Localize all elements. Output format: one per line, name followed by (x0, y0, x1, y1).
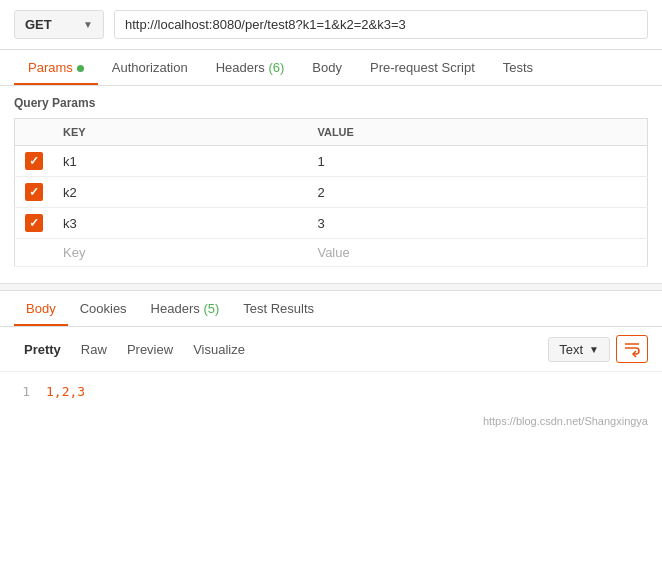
res-tab-headers[interactable]: Headers (5) (139, 291, 232, 326)
row3-key[interactable]: k3 (53, 208, 307, 239)
wrap-button[interactable] (616, 335, 648, 363)
response-subtabs: Pretty Raw Preview Visualize Text ▼ (0, 327, 662, 372)
subtab-visualize[interactable]: Visualize (183, 338, 255, 361)
section-divider (0, 283, 662, 291)
watermark: https://blog.csdn.net/Shangxingya (0, 411, 662, 431)
table-row: k1 1 (15, 146, 648, 177)
row2-checkbox-cell (15, 177, 54, 208)
empty-checkbox-cell (15, 239, 54, 267)
response-tabs: Body Cookies Headers (5) Test Results (0, 291, 662, 327)
row2-key[interactable]: k2 (53, 177, 307, 208)
row3-checkbox-cell (15, 208, 54, 239)
line-number: 1 (14, 384, 30, 399)
method-select[interactable]: GET ▼ (14, 10, 104, 39)
params-section-title: Query Params (14, 96, 648, 110)
line-content: 1,2,3 (46, 384, 85, 399)
tab-tests[interactable]: Tests (489, 50, 547, 85)
params-table: KEY VALUE k1 1 k2 2 (14, 118, 648, 267)
col-key: KEY (53, 119, 307, 146)
tab-params[interactable]: Params (14, 50, 98, 85)
col-checkbox (15, 119, 54, 146)
request-tabs: Params Authorization Headers (6) Body Pr… (0, 50, 662, 86)
row1-checkbox[interactable] (25, 152, 43, 170)
subtab-preview[interactable]: Preview (117, 338, 183, 361)
method-arrow-icon: ▼ (83, 19, 93, 30)
url-input[interactable] (114, 10, 648, 39)
params-dot (77, 65, 84, 72)
tab-headers[interactable]: Headers (6) (202, 50, 299, 85)
params-section: Query Params KEY VALUE k1 1 k2 2 (0, 86, 662, 267)
row1-checkbox-cell (15, 146, 54, 177)
method-label: GET (25, 17, 52, 32)
table-row: k2 2 (15, 177, 648, 208)
res-tab-test-results[interactable]: Test Results (231, 291, 326, 326)
row1-key[interactable]: k1 (53, 146, 307, 177)
row2-value[interactable]: 2 (307, 177, 647, 208)
tab-body[interactable]: Body (298, 50, 356, 85)
wrap-icon (623, 340, 641, 358)
format-controls: Text ▼ (548, 335, 648, 363)
format-arrow-icon: ▼ (589, 344, 599, 355)
response-body: 1 1,2,3 (0, 372, 662, 411)
empty-value[interactable]: Value (307, 239, 647, 267)
format-select[interactable]: Text ▼ (548, 337, 610, 362)
res-tab-cookies[interactable]: Cookies (68, 291, 139, 326)
row3-value[interactable]: 3 (307, 208, 647, 239)
row3-checkbox[interactable] (25, 214, 43, 232)
tab-authorization[interactable]: Authorization (98, 50, 202, 85)
subtab-pretty[interactable]: Pretty (14, 338, 71, 361)
empty-key[interactable]: Key (53, 239, 307, 267)
row1-value[interactable]: 1 (307, 146, 647, 177)
table-row: k3 3 (15, 208, 648, 239)
format-label: Text (559, 342, 583, 357)
empty-row: Key Value (15, 239, 648, 267)
url-bar: GET ▼ (0, 0, 662, 50)
res-tab-body[interactable]: Body (14, 291, 68, 326)
subtab-raw[interactable]: Raw (71, 338, 117, 361)
col-value: VALUE (307, 119, 647, 146)
tab-prerequest[interactable]: Pre-request Script (356, 50, 489, 85)
row2-checkbox[interactable] (25, 183, 43, 201)
response-line: 1 1,2,3 (14, 384, 648, 399)
